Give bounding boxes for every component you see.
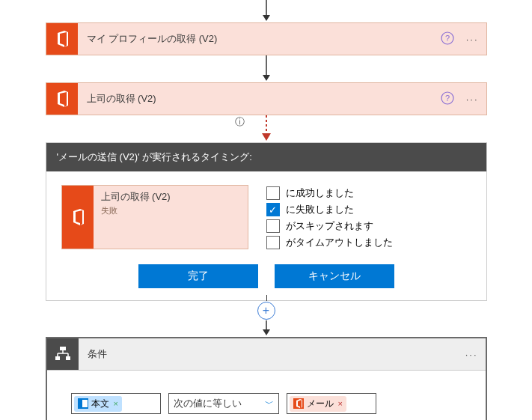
checkbox[interactable] <box>266 186 280 200</box>
more-menu[interactable]: ··· <box>458 349 486 360</box>
info-icon[interactable]: ⓘ <box>235 115 245 129</box>
outlook-icon <box>78 398 88 409</box>
token-label: メール <box>307 398 334 410</box>
done-button[interactable]: 完了 <box>138 264 258 288</box>
help-icon[interactable]: ? <box>436 91 459 107</box>
operator-label: 次の値に等しい <box>174 397 242 410</box>
token-pill-mail[interactable]: メール × <box>290 396 346 412</box>
office365-icon <box>46 83 78 115</box>
action-card-get-manager[interactable]: 上司の取得 (V2) ? ··· <box>46 82 487 115</box>
option-skipped[interactable]: がスキップされます <box>266 219 393 233</box>
action-card-get-my-profile[interactable]: マイ プロフィールの取得 (V2) ? ··· <box>46 22 487 55</box>
option-timedout[interactable]: がタイムアウトしました <box>266 236 393 249</box>
run-after-panel: 'メールの送信 (V2)' が実行されるタイミング: 上司の取得 (V2) 失敗… <box>46 142 487 301</box>
checkbox[interactable] <box>266 236 280 249</box>
token-pill-body[interactable]: 本文 × <box>74 396 122 412</box>
condition-operator-select[interactable]: 次の値に等しい ﹀ <box>168 393 279 414</box>
remove-token-icon[interactable]: × <box>337 399 343 408</box>
arrow-connector <box>0 0 532 22</box>
plus-icon: + <box>263 305 269 317</box>
run-after-heading: 'メールの送信 (V2)' が実行されるタイミング: <box>46 143 486 171</box>
option-label: に成功しました <box>286 186 354 200</box>
remove-token-icon[interactable]: × <box>112 399 118 408</box>
condition-icon <box>47 338 79 370</box>
run-after-source-card[interactable]: 上司の取得 (V2) 失敗 <box>61 185 248 249</box>
svg-marker-11 <box>263 329 270 335</box>
condition-left-operand[interactable]: 本文 × <box>71 393 161 414</box>
condition-card[interactable]: 条件 ··· 本文 × 次の値に等しい ﹀ メール × <box>46 337 487 420</box>
svg-rect-12 <box>60 347 66 350</box>
option-label: がタイムアウトしました <box>286 236 393 249</box>
checkbox-checked[interactable]: ✓ <box>266 203 280 216</box>
token-label: 本文 <box>91 398 109 410</box>
svg-text:?: ? <box>445 34 450 43</box>
svg-marker-1 <box>263 15 270 21</box>
svg-rect-18 <box>66 356 70 360</box>
more-menu[interactable]: ··· <box>459 34 486 45</box>
condition-right-operand[interactable]: メール × <box>287 393 376 414</box>
action-title: マイ プロフィールの取得 (V2) <box>78 32 436 46</box>
chevron-down-icon: ﹀ <box>265 398 274 410</box>
checkbox[interactable] <box>266 219 280 233</box>
svg-rect-17 <box>55 356 60 360</box>
option-succeeded[interactable]: に成功しました <box>266 186 393 200</box>
office365-icon <box>293 398 304 409</box>
svg-text:?: ? <box>445 94 450 103</box>
add-step-button[interactable]: + <box>257 302 275 320</box>
cancel-button[interactable]: キャンセル <box>275 264 394 288</box>
add-step-zone: + <box>0 301 532 320</box>
svg-marker-9 <box>262 133 271 141</box>
office365-icon <box>62 186 94 249</box>
more-menu[interactable]: ··· <box>459 94 486 105</box>
svg-marker-5 <box>263 75 270 81</box>
option-failed[interactable]: ✓ に失敗しました <box>266 203 393 216</box>
error-arrow-connector: ⓘ <box>0 115 532 142</box>
run-after-options: に成功しました ✓ に失敗しました がスキップされます がタイムアウトしました <box>266 185 393 249</box>
option-label: に失敗しました <box>286 203 354 216</box>
option-label: がスキップされます <box>286 219 373 233</box>
source-title: 上司の取得 (V2) <box>101 190 171 204</box>
arrow-connector <box>0 55 532 82</box>
condition-title: 条件 <box>79 347 458 361</box>
office365-icon <box>46 23 78 55</box>
check-icon: ✓ <box>269 204 277 216</box>
source-status: 失敗 <box>101 205 171 216</box>
help-icon[interactable]: ? <box>436 31 459 47</box>
svg-rect-20 <box>79 400 82 407</box>
arrow-connector <box>0 320 532 337</box>
action-title: 上司の取得 (V2) <box>78 92 436 106</box>
